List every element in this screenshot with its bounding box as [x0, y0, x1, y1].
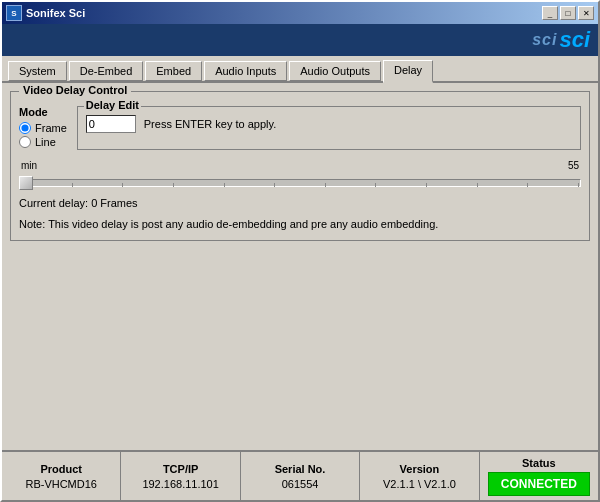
slider-max-label: 55: [568, 160, 579, 171]
tabs-row: System De-Embed Embed Audio Inputs Audio…: [2, 56, 598, 83]
tab-de-embed[interactable]: De-Embed: [69, 61, 144, 81]
tab-audio-outputs[interactable]: Audio Outputs: [289, 61, 381, 81]
tcp-header: TCP/IP: [163, 463, 198, 475]
slider-min-label: min: [21, 160, 37, 171]
tick-5: [274, 183, 275, 187]
version-header: Version: [400, 463, 440, 475]
tick-4: [224, 183, 225, 187]
title-bar-left: S Sonifex Sci: [6, 5, 85, 21]
app-icon: S: [6, 5, 22, 21]
current-delay: Current delay: 0 Frames: [19, 197, 581, 209]
tick-8: [426, 183, 427, 187]
status-version: Version V2.1.1 \ V2.1.0: [360, 452, 479, 500]
status-header: Status: [522, 457, 556, 469]
delay-input[interactable]: [86, 115, 136, 133]
serial-header: Serial No.: [275, 463, 326, 475]
mode-frame-radio[interactable]: [19, 122, 31, 134]
status-product: Product RB-VHCMD16: [2, 452, 121, 500]
tab-audio-inputs[interactable]: Audio Inputs: [204, 61, 287, 81]
logo-suffix: sci: [559, 27, 590, 53]
mode-line-radio[interactable]: [19, 136, 31, 148]
group-box-title: Video Delay Control: [19, 84, 131, 96]
tick-container: [21, 183, 579, 187]
tick-2: [122, 183, 123, 187]
tick-10: [527, 183, 528, 187]
delay-edit-title: Delay Edit: [84, 99, 141, 111]
serial-value: 061554: [282, 478, 319, 490]
tab-delay[interactable]: Delay: [383, 60, 433, 83]
title-bar: S Sonifex Sci _ □ ✕: [2, 2, 598, 24]
product-value: RB-VHCMD16: [25, 478, 97, 490]
tick-9: [477, 183, 478, 187]
mode-section: Mode Frame Line: [19, 106, 67, 150]
custom-slider[interactable]: [19, 173, 581, 193]
delay-edit-section: Delay Edit Press ENTER key to apply.: [77, 106, 581, 150]
video-delay-group: Video Delay Control Mode Frame Line: [10, 91, 590, 241]
window-title: Sonifex Sci: [26, 7, 85, 19]
mode-frame-label[interactable]: Frame: [19, 122, 67, 134]
status-serial: Serial No. 061554: [241, 452, 360, 500]
main-window: S Sonifex Sci _ □ ✕ sci sci System De-Em…: [0, 0, 600, 502]
slider-handle[interactable]: [19, 176, 33, 190]
status-connection: Status CONNECTED: [480, 452, 598, 500]
note-text: Note: This video delay is post any audio…: [19, 217, 581, 232]
tick-1: [72, 183, 73, 187]
logo-area: sci sci: [2, 24, 598, 56]
tick-7: [375, 183, 376, 187]
logo-prefix: sci: [532, 31, 557, 49]
tick-11: [578, 183, 579, 187]
slider-labels: min 55: [19, 160, 581, 171]
delay-hint: Press ENTER key to apply.: [144, 118, 276, 130]
status-connected-badge: CONNECTED: [488, 472, 590, 496]
mode-line-text: Line: [35, 136, 56, 148]
delay-edit-row: Press ENTER key to apply.: [86, 115, 572, 133]
slider-section: min 55: [19, 160, 581, 209]
tcp-value: 192.168.11.101: [142, 478, 218, 490]
mode-label: Mode: [19, 106, 67, 118]
mode-line-label[interactable]: Line: [19, 136, 67, 148]
tick-6: [325, 183, 326, 187]
maximize-button[interactable]: □: [560, 6, 576, 20]
main-content: Video Delay Control Mode Frame Line: [2, 83, 598, 450]
title-bar-buttons: _ □ ✕: [542, 6, 594, 20]
status-bar: Product RB-VHCMD16 TCP/IP 192.168.11.101…: [2, 450, 598, 500]
close-button[interactable]: ✕: [578, 6, 594, 20]
minimize-button[interactable]: _: [542, 6, 558, 20]
mode-frame-text: Frame: [35, 122, 67, 134]
status-tcp: TCP/IP 192.168.11.101: [121, 452, 240, 500]
group-box-body: Mode Frame Line Delay Edit Press: [19, 106, 581, 150]
tab-system[interactable]: System: [8, 61, 67, 81]
tick-3: [173, 183, 174, 187]
version-value: V2.1.1 \ V2.1.0: [383, 478, 456, 490]
tab-embed[interactable]: Embed: [145, 61, 202, 81]
product-header: Product: [40, 463, 82, 475]
